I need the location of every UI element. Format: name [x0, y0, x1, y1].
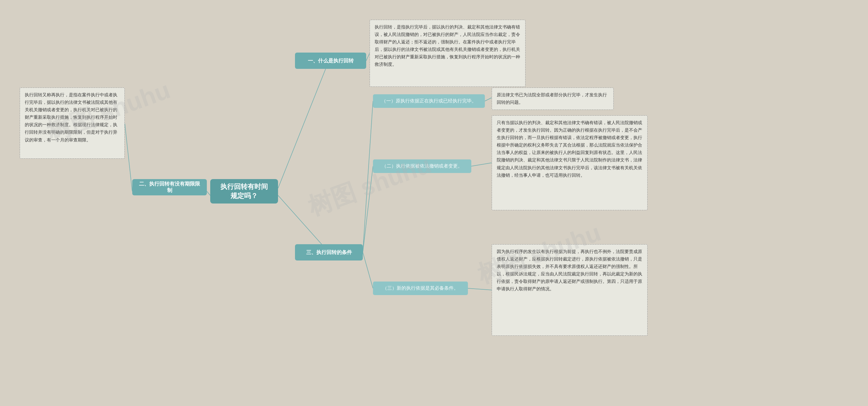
branch-1-label: 一、什么是执行回转 [308, 58, 354, 64]
svg-line-3 [366, 53, 370, 61]
branch-node-3: 三、执行回转的条件 [295, 244, 363, 260]
branch-node-1: 一、什么是执行回转 [295, 53, 366, 69]
text-box-3-content: 原法律文书已为法院全部或者部分执行完毕，才发生执行回转的问题。 [497, 92, 607, 105]
svg-line-2 [278, 195, 329, 252]
text-box-3: 原法律文书已为法院全部或者部分执行完毕，才发生执行回转的问题。 [492, 88, 614, 110]
mindmap-container: 树图 shuhu 树图 shuhu 树图 shuhu 执行回转有时间规定吗？ 一… [0, 0, 868, 406]
svg-line-10 [468, 288, 492, 290]
text-box-4-content: 只有当据以执行的判决、裁定和其他法律文书确有错误，被人民法院撤销或者变更的，才发… [497, 120, 642, 178]
sub-branch-3-label: （三）新的执行依据是其必备条件。 [382, 285, 458, 291]
svg-line-0 [278, 61, 329, 188]
text-box-4: 只有当据以执行的判决、裁定和其他法律文书确有错误，被人民法院撤销或者变更的，才发… [492, 115, 648, 210]
text-box-1: 执行回转，是指执行完毕后，据以执行的判决、裁定和其他法律文书确有错误，被人民法院… [370, 20, 526, 87]
text-box-5-content: 因为执行程序的发生以有执行根据为前提，再执行也不例外，法院要责成原债权人返还财产… [497, 249, 642, 291]
central-node: 执行回转有时间规定吗？ [210, 179, 278, 204]
text-box-2: 执行回转又称再执行，是指在案件执行中或者执行完毕后，据以执行的法律文书被法院或其… [20, 88, 125, 159]
branch-node-2: 二、执行回转有没有期限限制 [132, 179, 207, 195]
svg-line-4 [125, 123, 132, 191]
sub-branch-node-3: （三）新的执行依据是其必备条件。 [373, 282, 468, 295]
sub-branch-2-label: （二）执行依据被依法撤销或者变更。 [382, 163, 462, 169]
branch-3-label: 三、执行回转的条件 [306, 249, 352, 256]
svg-line-7 [363, 252, 373, 288]
central-label: 执行回转有时间规定吗？ [218, 182, 270, 200]
text-box-2-content: 执行回转又称再执行，是指在案件执行中或者执行完毕后，据以执行的法律文书被法院或其… [25, 92, 117, 142]
sub-branch-node-2: （二）执行依据被依法撤销或者变更。 [373, 159, 471, 173]
svg-line-5 [363, 101, 373, 252]
text-box-1-content: 执行回转，是指执行完毕后，据以执行的判决、裁定和其他法律文书确有错误，被人民法院… [375, 24, 520, 67]
sub-branch-node-1: （一）原执行依据正在执行或已经执行完毕。 [373, 94, 485, 108]
svg-line-1 [207, 191, 210, 195]
svg-line-8 [485, 98, 492, 101]
sub-branch-1-label: （一）原执行依据正在执行或已经执行完毕。 [381, 98, 476, 104]
svg-line-6 [363, 166, 373, 252]
svg-line-9 [471, 163, 492, 166]
text-box-5: 因为执行程序的发生以有执行根据为前提，再执行也不例外，法院要责成原债权人返还财产… [492, 244, 648, 336]
branch-2-label: 二、执行回转有没有期限限制 [138, 181, 201, 194]
